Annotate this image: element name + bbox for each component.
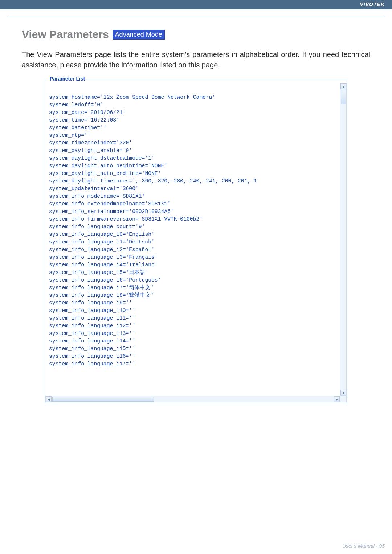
- parameter-scroll-area[interactable]: system_hostname='12x Zoom Speed Dome Net…: [45, 83, 347, 402]
- page-description: The View Parameters page lists the entir…: [22, 49, 370, 70]
- page-title: View Parameters: [22, 28, 109, 41]
- parameter-legend: Parameter List: [48, 76, 86, 82]
- scroll-up-icon[interactable]: ▴: [340, 83, 346, 89]
- vertical-scroll-thumb[interactable]: [341, 90, 346, 104]
- header-bar: VIVOTEK: [0, 0, 392, 9]
- content-area: View Parameters Advanced Mode The View P…: [0, 17, 392, 404]
- brand-label: VIVOTEK: [360, 1, 385, 7]
- scroll-right-icon[interactable]: ▸: [334, 396, 340, 402]
- parameter-fieldset: Parameter List system_hostname='12x Zoom…: [44, 79, 348, 404]
- scroll-down-icon[interactable]: ▾: [340, 390, 346, 395]
- footer-text: User's Manual - 95: [342, 543, 385, 549]
- parameter-panel-wrap: Parameter List system_hostname='12x Zoom…: [44, 79, 348, 404]
- advanced-mode-badge: Advanced Mode: [113, 30, 165, 40]
- scroll-left-icon[interactable]: ◂: [46, 396, 52, 402]
- parameter-text: system_hostname='12x Zoom Speed Dome Net…: [45, 83, 347, 368]
- vertical-scrollbar[interactable]: ▴ ▾: [340, 83, 347, 396]
- title-row: View Parameters Advanced Mode: [22, 28, 370, 41]
- horizontal-scrollbar[interactable]: ◂ ▸: [45, 396, 340, 402]
- horizontal-scroll-thumb[interactable]: [52, 397, 154, 402]
- scrollbar-corner: [340, 396, 347, 402]
